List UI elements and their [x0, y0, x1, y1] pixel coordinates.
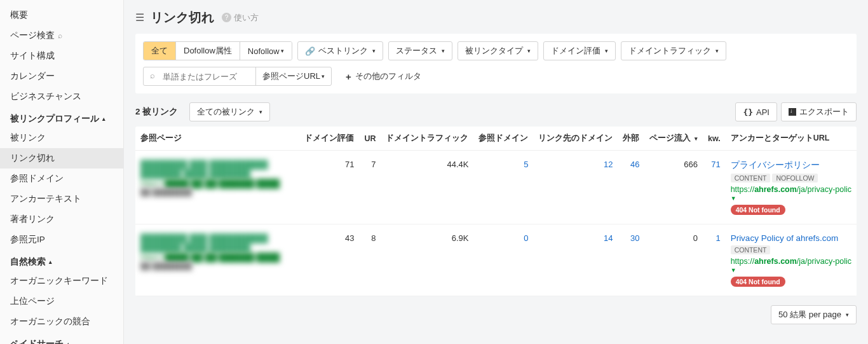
- expand-icon[interactable]: ▼: [731, 195, 851, 202]
- col-rd[interactable]: 参照ドメイン: [473, 127, 533, 151]
- cell-anchor: プライバシーポリシー CONTENTNOFOLLOW https://ahref…: [726, 151, 857, 224]
- help-link[interactable]: ?使い方: [222, 12, 259, 24]
- seg-nofollow[interactable]: Nofollow▾: [240, 42, 292, 60]
- status-badge: 404 Not found: [731, 205, 785, 215]
- target-url[interactable]: https://ahrefs.com/ja/privacy-polic: [731, 257, 851, 266]
- search-icon: ⌕: [144, 67, 160, 85]
- col-ext[interactable]: 外部: [618, 127, 644, 151]
- linktype-filter[interactable]: 被リンクタイプ▾: [458, 41, 538, 60]
- plus-icon: +: [346, 71, 351, 82]
- best-link-filter[interactable]: 🔗ベストリンク▾: [297, 41, 383, 60]
- col-kw[interactable]: kw.: [703, 127, 726, 151]
- sidebar-item-organic-kw[interactable]: オーガニックキーワード: [0, 271, 123, 291]
- page-title: リンク切れ: [151, 9, 214, 26]
- chevron-down-icon: ▾: [442, 48, 445, 54]
- caret-up-icon: ▴: [102, 116, 105, 122]
- chevron-down-icon: ▾: [259, 109, 262, 115]
- chevron-down-icon: ▾: [527, 48, 531, 54]
- cell-anchor: Privacy Policy of ahrefs.com CONTENT htt…: [726, 224, 857, 296]
- anchor-link[interactable]: プライバシーポリシー: [731, 160, 851, 171]
- col-dt[interactable]: ドメイントラフィック: [381, 127, 473, 151]
- search-icon: ⌕: [58, 31, 62, 40]
- page-header: ☰ リンク切れ ?使い方: [124, 0, 868, 34]
- cell-ref: ████████ ███ █████████████████ ████ ████…: [135, 224, 299, 296]
- sidebar-item-calendar[interactable]: カレンダー: [0, 66, 123, 86]
- sidebar-item-author-links[interactable]: 著者リンク: [0, 209, 123, 230]
- follow-segment: 全て Dofollow属性 Nofollow▾: [143, 41, 292, 60]
- col-anchor[interactable]: アンカーとターゲットURL: [726, 127, 857, 151]
- sidebar-item-broken-links[interactable]: リンク切れ: [0, 148, 123, 169]
- sidebar-item-anchor-text[interactable]: アンカーテキスト: [0, 189, 123, 209]
- cell-pt: 666: [644, 151, 702, 224]
- cell-rd[interactable]: 0: [473, 224, 533, 296]
- domain-rating-filter[interactable]: ドメイン評価▾: [543, 41, 616, 60]
- caret-up-icon: ▴: [49, 259, 52, 265]
- results-table: 参照ページ ドメイン評価 UR ドメイントラフィック 参照ドメイン リンク先のド…: [135, 127, 857, 296]
- search-type-select[interactable]: 参照ページURL▾: [255, 67, 331, 85]
- sidebar-item-top-pages[interactable]: 上位ページ: [0, 291, 123, 312]
- cell-rd[interactable]: 5: [473, 151, 533, 224]
- cell-ext[interactable]: 30: [618, 224, 644, 296]
- status-badge: 404 Not found: [731, 277, 785, 287]
- api-button[interactable]: {}API: [735, 102, 777, 121]
- col-pt[interactable]: ページ流入 ▾: [644, 127, 702, 151]
- cell-dt: 44.4K: [381, 151, 473, 224]
- sidebar-item-business[interactable]: ビジネスチャンス: [0, 86, 123, 107]
- api-icon: {}: [743, 107, 753, 117]
- chevron-down-icon: ▾: [372, 48, 376, 54]
- tag: CONTENT: [731, 174, 771, 182]
- per-page-select[interactable]: 50 結果 per page▾: [771, 305, 857, 324]
- sidebar-item-page-inspect[interactable]: ページ検査⌕: [0, 25, 123, 46]
- sidebar-item-organic-compete[interactable]: オーガニックの競合: [0, 312, 123, 332]
- cell-ext[interactable]: 46: [618, 151, 644, 224]
- sidebar-item-overview[interactable]: 概要: [0, 5, 123, 25]
- chevron-down-icon: ▾: [322, 73, 325, 79]
- status-filter[interactable]: ステータス▾: [388, 41, 452, 60]
- sidebar-item-ref-domains[interactable]: 参照ドメイン: [0, 169, 123, 189]
- export-button[interactable]: エクスポート: [781, 102, 857, 121]
- result-count: 2 被リンク: [135, 107, 178, 116]
- target-url[interactable]: https://ahrefs.com/ja/privacy-polic: [731, 185, 851, 194]
- cell-ref: ████████ ███ █████████████████ ████ ████…: [135, 151, 299, 224]
- anchor-link[interactable]: Privacy Policy of ahrefs.com: [731, 233, 851, 243]
- sidebar: 概要 ページ検査⌕ サイト構成 カレンダー ビジネスチャンス 被リンクプロフィー…: [0, 0, 124, 344]
- sidebar-section-backlink[interactable]: 被リンクプロフィール▴: [0, 107, 123, 128]
- cell-ld[interactable]: 14: [533, 224, 618, 296]
- filter-panel: 全て Dofollow属性 Nofollow▾ 🔗ベストリンク▾ ステータス▾ …: [135, 34, 857, 93]
- main-content: ☰ リンク切れ ?使い方 全て Dofollow属性 Nofollow▾ 🔗ベス…: [124, 0, 868, 344]
- chevron-down-icon: ▾: [715, 48, 719, 54]
- cell-dr: 43: [299, 224, 359, 296]
- cell-dt: 6.9K: [381, 224, 473, 296]
- domain-traffic-filter[interactable]: ドメイントラフィック▾: [621, 41, 726, 60]
- search-group: ⌕ 参照ページURL▾: [143, 67, 332, 86]
- col-ref-page[interactable]: 参照ページ: [135, 127, 299, 151]
- sidebar-section-organic[interactable]: 自然検索▴: [0, 250, 123, 271]
- sidebar-item-site-structure[interactable]: サイト構成: [0, 46, 123, 66]
- tag: CONTENT: [731, 245, 771, 254]
- cell-kw[interactable]: 1: [703, 224, 726, 296]
- sidebar-item-backlinks[interactable]: 被リンク: [0, 128, 123, 148]
- table-row: ████████ ███ █████████████████ ████ ████…: [135, 151, 857, 224]
- all-links-select[interactable]: 全ての被リンク▾: [189, 102, 270, 121]
- hamburger-icon[interactable]: ☰: [135, 11, 144, 24]
- download-icon: [789, 108, 796, 116]
- chevron-down-icon: ▾: [281, 48, 284, 54]
- cell-ld[interactable]: 12: [533, 151, 618, 224]
- cell-ur: 7: [359, 151, 381, 224]
- seg-dofollow[interactable]: Dofollow属性: [176, 42, 240, 60]
- cell-pt: 0: [644, 224, 702, 296]
- table-row: ████████ ███ █████████████████ ████ ████…: [135, 224, 857, 296]
- col-dr[interactable]: ドメイン評価: [299, 127, 359, 151]
- chevron-down-icon: ▾: [605, 48, 608, 54]
- cell-kw[interactable]: 71: [703, 151, 726, 224]
- sidebar-section-paid[interactable]: ペイドサーチ▴: [0, 332, 123, 344]
- more-filters-button[interactable]: +その他のフィルタ: [338, 67, 429, 85]
- seg-all[interactable]: 全て: [144, 42, 176, 60]
- col-ld[interactable]: リンク先のドメイン: [533, 127, 618, 151]
- search-input[interactable]: [160, 67, 255, 85]
- col-ur[interactable]: UR: [359, 127, 381, 151]
- chevron-down-icon: ▾: [846, 312, 849, 318]
- sidebar-item-ref-ip[interactable]: 参照元IP: [0, 230, 123, 250]
- sort-icon: ▾: [695, 135, 698, 142]
- expand-icon[interactable]: ▼: [731, 267, 851, 273]
